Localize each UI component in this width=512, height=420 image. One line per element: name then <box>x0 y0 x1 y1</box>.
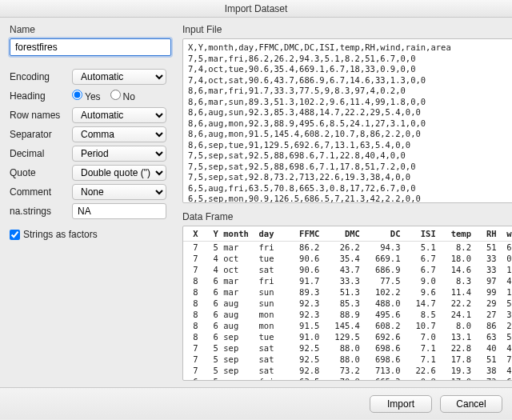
table-row: 8 6 mar sun 89.3 51.3 102.2 9.6 11.4 99 … <box>183 286 512 298</box>
table-row: 7 5 sep sat 92.8 73.2 713.0 22.6 19.3 38… <box>183 365 512 376</box>
strings-as-factors-row: Strings as factors <box>10 229 171 240</box>
name-label: Name <box>10 24 171 35</box>
separator-select[interactable]: Comma <box>72 126 166 142</box>
rownames-select[interactable]: Automatic <box>72 107 166 123</box>
input-file-label: Input File <box>182 24 512 35</box>
nastrings-input[interactable] <box>72 203 166 219</box>
data-frame-box[interactable]: X Y month day FFMC DMC DC ISI temp RH wi… <box>182 226 512 381</box>
comment-select[interactable]: None <box>72 184 166 200</box>
encoding-label: Encoding <box>10 71 72 82</box>
table-header: X Y month day FFMC DMC DC ISI temp RH wi <box>183 226 512 242</box>
heading-yes-radio[interactable] <box>72 90 82 100</box>
name-input[interactable] <box>10 38 171 56</box>
input-file-content: X,Y,month,day,FFMC,DMC,DC,ISI,temp,RH,wi… <box>183 39 512 203</box>
table-row: 6 5 aug fri 63.5 70.8 665.3 0.8 17.0 72 … <box>183 376 512 381</box>
decimal-select[interactable]: Period <box>72 146 166 162</box>
table-row: 7 5 sep sat 92.5 88.0 698.6 7.1 22.8 40 … <box>183 342 512 354</box>
left-panel: Name Encoding Automatic Heading Yes No R… <box>0 18 179 387</box>
strings-as-factors-checkbox[interactable] <box>10 230 20 240</box>
table-row: 7 5 sep sat 92.5 88.0 698.6 7.1 17.8 51 … <box>183 354 512 365</box>
nastrings-label: na.strings <box>10 206 72 217</box>
table-row: 8 6 aug mon 91.5 145.4 608.2 10.7 8.0 86… <box>183 320 512 331</box>
table-row: 7 4 oct sat 90.6 43.7 686.9 6.7 14.6 33 … <box>183 264 512 275</box>
heading-label: Heading <box>10 90 72 102</box>
table-row: 8 6 aug mon 92.3 88.9 495.6 8.5 24.1 27 … <box>183 309 512 320</box>
heading-radio-group: Yes No <box>72 90 135 102</box>
main-area: Name Encoding Automatic Heading Yes No R… <box>0 18 512 387</box>
heading-yes-label: Yes <box>85 91 101 102</box>
strings-as-factors-label: Strings as factors <box>23 229 98 240</box>
heading-no-radio[interactable] <box>110 90 121 100</box>
table-row: 7 5 mar fri 86.2 26.2 94.3 5.1 8.2 51 6. <box>183 242 512 253</box>
heading-no-label: No <box>123 91 135 102</box>
cancel-button[interactable]: Cancel <box>440 395 502 413</box>
table-row: 8 6 aug sun 92.3 85.3 488.0 14.7 22.2 29… <box>183 298 512 309</box>
encoding-select[interactable]: Automatic <box>72 69 166 85</box>
table-row: 8 6 mar fri 91.7 33.3 77.5 9.0 8.3 97 4. <box>183 275 512 286</box>
import-button[interactable]: Import <box>370 395 432 413</box>
table-row: 8 6 sep tue 91.0 129.5 692.6 7.0 13.1 63… <box>183 331 512 342</box>
options-form: Encoding Automatic Heading Yes No Row na… <box>10 67 171 221</box>
separator-label: Separator <box>10 129 72 140</box>
comment-label: Comment <box>10 186 72 198</box>
footer: Import Cancel <box>0 387 512 419</box>
quote-select[interactable]: Double quote (") <box>72 165 166 181</box>
right-panel: Input File X,Y,month,day,FFMC,DMC,DC,ISI… <box>179 18 512 387</box>
heading-no-option[interactable]: No <box>110 90 135 102</box>
input-file-box[interactable]: X,Y,month,day,FFMC,DMC,DC,ISI,temp,RH,wi… <box>182 38 512 203</box>
decimal-label: Decimal <box>10 148 72 159</box>
rownames-label: Row names <box>10 110 72 121</box>
quote-label: Quote <box>10 167 72 178</box>
window-title: Import Dataset <box>0 0 512 18</box>
data-frame-label: Data Frame <box>182 211 512 222</box>
table-row: 7 4 oct tue 90.6 35.4 669.1 6.7 18.0 33 … <box>183 253 512 264</box>
heading-yes-option[interactable]: Yes <box>72 90 101 102</box>
